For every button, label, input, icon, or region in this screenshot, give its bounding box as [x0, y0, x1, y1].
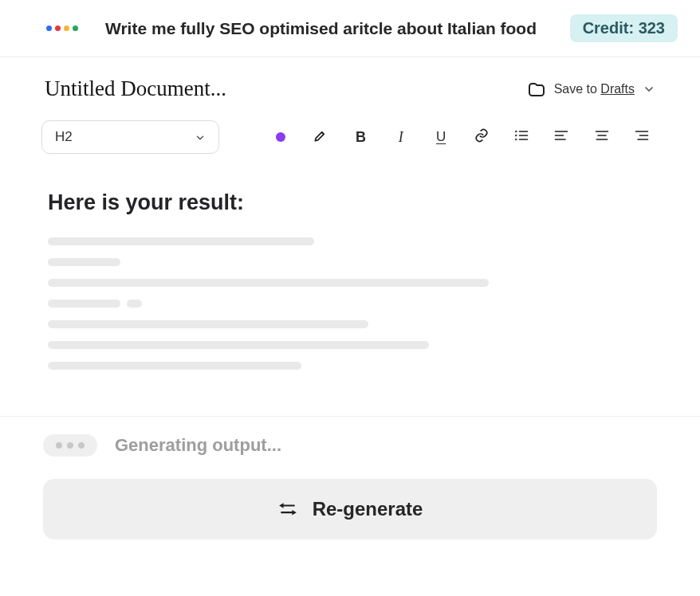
result-heading: Here is your result:	[48, 190, 652, 215]
bold-button[interactable]: B	[344, 122, 377, 152]
italic-icon: I	[399, 129, 403, 146]
prompt-text: Write me fully SEO optimised aritcle abo…	[105, 19, 551, 38]
generating-text: Generating output...	[115, 435, 281, 456]
heading-value: H2	[55, 129, 73, 145]
logo-dot	[73, 25, 78, 31]
link-icon	[474, 127, 490, 147]
skeleton-line	[48, 237, 314, 245]
skeleton-line	[48, 341, 429, 349]
align-left-icon	[553, 127, 569, 147]
app-logo	[46, 25, 78, 31]
highlight-button[interactable]	[304, 122, 337, 152]
bold-icon: B	[356, 129, 366, 146]
regenerate-button[interactable]: Re-generate	[43, 479, 657, 539]
chevron-down-icon	[195, 131, 206, 143]
underline-icon: U	[436, 129, 446, 145]
chevron-down-icon[interactable]	[643, 83, 655, 96]
underline-button[interactable]: U	[424, 122, 458, 152]
svg-point-3	[516, 131, 517, 132]
align-right-icon	[634, 127, 650, 147]
regenerate-label: Re-generate	[313, 498, 423, 520]
skeleton-placeholder	[48, 237, 652, 370]
skeleton-line	[48, 362, 301, 370]
editor-content: Here is your result:	[0, 167, 700, 390]
generating-status: Generating output...	[43, 434, 657, 457]
swap-icon	[277, 500, 298, 518]
skeleton-line	[48, 279, 489, 287]
text-color-button[interactable]	[264, 122, 297, 152]
document-title-row: Untitled Document... Save to Drafts	[0, 57, 700, 108]
skeleton-line	[127, 300, 142, 308]
save-to-drafts[interactable]: Save to Drafts	[527, 80, 655, 99]
loading-dots-icon	[43, 434, 97, 457]
align-center-button[interactable]	[584, 122, 618, 152]
align-center-icon	[594, 127, 610, 147]
save-label-text: Save to	[554, 82, 601, 96]
list-button[interactable]	[505, 122, 538, 152]
italic-button[interactable]: I	[384, 122, 418, 152]
heading-select[interactable]: H2	[41, 120, 219, 154]
skeleton-line	[48, 300, 120, 308]
save-label: Save to Drafts	[554, 82, 635, 96]
logo-dot	[64, 25, 69, 31]
link-button[interactable]	[464, 122, 497, 152]
color-dot-icon	[276, 132, 285, 142]
logo-dot	[55, 25, 61, 31]
drafts-link[interactable]: Drafts	[600, 82, 635, 96]
folder-icon	[527, 80, 546, 99]
editor-toolbar: H2 B I U	[0, 108, 700, 167]
credit-badge: Credit: 323	[570, 14, 678, 42]
svg-point-4	[516, 135, 517, 136]
footer: Generating output... Re-generate	[0, 417, 700, 571]
app-header: Write me fully SEO optimised aritcle abo…	[0, 0, 700, 57]
svg-point-5	[516, 139, 517, 140]
list-icon	[513, 127, 529, 147]
skeleton-line	[48, 320, 368, 328]
logo-dot	[46, 25, 52, 31]
align-left-button[interactable]	[545, 122, 578, 152]
highlighter-icon	[313, 127, 328, 147]
skeleton-line	[48, 258, 120, 266]
align-right-button[interactable]	[625, 122, 659, 152]
document-title[interactable]: Untitled Document...	[45, 76, 226, 101]
